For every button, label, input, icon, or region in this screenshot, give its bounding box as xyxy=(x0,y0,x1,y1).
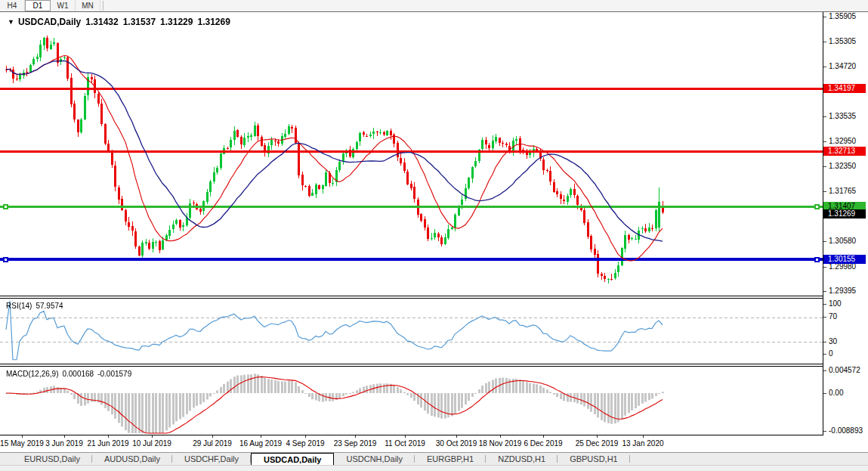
rsi-name: RSI(14) xyxy=(6,302,32,310)
date-tick-label: 13 Jan 2020 xyxy=(613,439,673,448)
axis-tick-mark xyxy=(823,267,826,268)
price-axis[interactable]: 1.359051.353051.347201.335351.329501.323… xyxy=(823,12,868,451)
trading-terminal-window: H4D1W1MN ▼USDCAD,Daily1.314321.315371.31… xyxy=(0,0,868,471)
axis-tick-mark xyxy=(823,370,826,371)
axis-tick-mark xyxy=(823,304,826,305)
macd-main-value: 0.000168 xyxy=(62,370,94,378)
rsi-axis-label: 100 xyxy=(829,299,842,308)
date-tick-mark xyxy=(305,435,306,438)
chart-tab-audusd[interactable]: AUDUSD,Daily xyxy=(92,453,172,465)
axis-tick-mark xyxy=(823,317,826,318)
timeframe-button-h4[interactable]: H4 xyxy=(0,0,25,11)
chart-tab-eurgbp[interactable]: EURGBP,H1 xyxy=(415,453,486,465)
rsi-value: 57.9574 xyxy=(36,302,63,310)
price-tick-label: 1.35305 xyxy=(829,37,856,45)
chart-dropdown-arrow-icon[interactable]: ▼ xyxy=(8,18,14,26)
price-tick-label: 1.29395 xyxy=(829,287,856,295)
axis-tick-mark xyxy=(823,393,826,394)
chart-tab-eurusd[interactable]: EURUSD,Daily xyxy=(12,453,92,465)
price-tick-label: 1.33535 xyxy=(829,112,856,120)
date-tick-mark xyxy=(405,435,406,438)
rsi-axis-label: 0 xyxy=(829,349,833,358)
timeframe-button-mn[interactable]: MN xyxy=(76,0,100,11)
date-tick-mark xyxy=(108,435,109,438)
chart-tab-gbpusd[interactable]: GBPUSD,H1 xyxy=(558,453,630,465)
axis-tick-mark xyxy=(823,342,826,342)
rsi-label: RSI(14)57.9574 xyxy=(6,302,67,310)
date-tick-mark xyxy=(355,435,356,438)
rsi-axis-label: 30 xyxy=(829,337,837,346)
date-tick-label: 6 Dec 2019 xyxy=(513,439,573,448)
status-bar xyxy=(0,465,868,471)
date-tick-label: 10 Jul 2019 xyxy=(122,439,182,448)
ohlc-open: 1.31432 xyxy=(85,17,118,27)
macd-label: MACD(12,26,9)0.000168-0.001579 xyxy=(6,370,135,378)
date-tick-mark xyxy=(64,435,65,438)
timeframe-toolbar: H4D1W1MN xyxy=(0,0,868,12)
ohlc-high: 1.31537 xyxy=(123,17,156,27)
macd-axis-label: 0.004572 xyxy=(829,366,860,374)
price-tick-label: 1.31765 xyxy=(829,187,856,195)
axis-tick-mark xyxy=(823,431,826,432)
toolbar-separator xyxy=(103,1,103,11)
macd-panel-splitter[interactable] xyxy=(0,364,868,367)
level-price-box: 1.32713 xyxy=(823,147,866,156)
timeframe-button-w1[interactable]: W1 xyxy=(51,0,76,11)
chart-tab-bar: EURUSD,DailyAUDUSD,DailyUSDCHF,DailyUSDC… xyxy=(0,452,868,465)
chart-tab-usdchf[interactable]: USDCHF,Daily xyxy=(172,453,251,465)
axis-tick-mark xyxy=(823,116,826,117)
date-tick-mark xyxy=(543,435,544,438)
date-tick-mark xyxy=(456,435,457,438)
axis-tick-mark xyxy=(823,67,826,67)
macd-signal-value: -0.001579 xyxy=(97,370,131,378)
rsi-panel-splitter[interactable] xyxy=(0,296,868,299)
timeframe-button-d1[interactable]: D1 xyxy=(25,0,51,11)
chart-symbol-period: USDCAD,Daily xyxy=(18,17,81,27)
date-tick-mark xyxy=(22,435,23,438)
date-axis[interactable]: 15 May 20193 Jun 201921 Jun 201910 Jul 2… xyxy=(0,435,868,452)
price-tick-label: 1.32950 xyxy=(829,137,856,145)
axis-tick-mark xyxy=(823,42,826,42)
level-price-box: 1.30155 xyxy=(823,255,866,264)
axis-tick-mark xyxy=(823,241,826,242)
date-tick-mark xyxy=(643,435,644,438)
main-price-chart[interactable] xyxy=(0,12,823,296)
date-tick-mark xyxy=(597,435,598,438)
chart-tab-nzdusd[interactable]: NZDUSD,H1 xyxy=(486,453,558,465)
level-price-box: 1.34197 xyxy=(823,84,866,93)
chart-tab-usdcnh[interactable]: USDCNH,Daily xyxy=(334,453,415,465)
rsi-axis-label: 70 xyxy=(829,312,837,321)
axis-tick-mark xyxy=(823,191,826,192)
date-tick-mark xyxy=(261,435,261,438)
axis-tick-mark xyxy=(823,291,826,292)
date-tick-mark xyxy=(500,435,501,438)
current-price-box: 1.31269 xyxy=(823,209,866,218)
price-tick-label: 1.35905 xyxy=(829,12,856,20)
macd-name: MACD(12,26,9) xyxy=(6,370,58,378)
price-tick-label: 1.34720 xyxy=(829,62,856,70)
axis-tick-mark xyxy=(823,17,826,17)
rsi-indicator-chart[interactable] xyxy=(0,299,823,364)
macd-axis-label: -0.008893 xyxy=(829,426,863,435)
macd-axis-label: 0.00 xyxy=(829,389,843,397)
ohlc-close: 1.31269 xyxy=(197,17,230,27)
chart-title: ▼USDCAD,Daily1.314321.315371.312291.3126… xyxy=(8,17,235,27)
price-tick-label: 1.30580 xyxy=(829,237,856,245)
date-tick-mark xyxy=(212,435,213,438)
ohlc-low: 1.31229 xyxy=(160,17,193,27)
date-tick-mark xyxy=(152,435,153,438)
price-tick-label: 1.32350 xyxy=(829,162,856,170)
axis-tick-mark xyxy=(823,354,826,355)
axis-tick-mark xyxy=(823,141,826,142)
chart-tab-usdcad[interactable]: USDCAD,Daily xyxy=(251,453,334,465)
axis-tick-mark xyxy=(823,166,826,167)
